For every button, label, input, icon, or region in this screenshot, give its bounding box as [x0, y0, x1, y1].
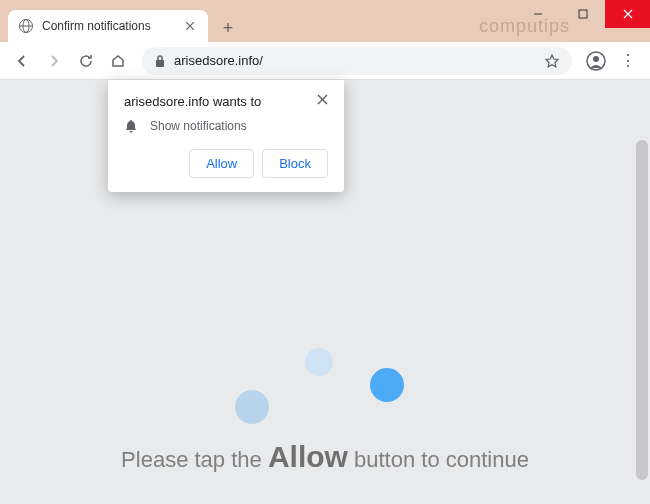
instruction-prefix: Please tap the [121, 447, 268, 472]
globe-icon [18, 18, 34, 34]
browser-toolbar: arisedsore.info/ ⋮ [0, 42, 650, 80]
svg-rect-1 [579, 10, 587, 18]
svg-rect-9 [156, 60, 164, 67]
popup-close-button[interactable] [317, 94, 328, 105]
profile-button[interactable] [582, 47, 610, 75]
url-bar[interactable]: arisedsore.info/ [142, 47, 572, 75]
loading-dot [235, 390, 269, 424]
home-button[interactable] [104, 47, 132, 75]
window-minimize-button[interactable] [515, 0, 560, 28]
forward-button[interactable] [40, 47, 68, 75]
window-close-button[interactable] [605, 0, 650, 28]
notification-permission-popup: arisedsore.info wants to Show notificati… [108, 80, 344, 192]
tab-close-button[interactable] [182, 18, 198, 34]
lock-icon [154, 54, 166, 68]
page-instruction: Please tap the Allow button to continue [0, 440, 650, 474]
tab-title: Confirm notifications [42, 19, 174, 33]
reload-button[interactable] [72, 47, 100, 75]
scrollbar[interactable] [636, 140, 648, 480]
allow-button[interactable]: Allow [189, 149, 254, 178]
bell-icon [124, 119, 138, 133]
popup-permission-text: Show notifications [150, 119, 247, 133]
page-content: arisedsore.info wants to Show notificati… [0, 80, 650, 504]
back-button[interactable] [8, 47, 36, 75]
svg-point-11 [593, 56, 599, 62]
instruction-suffix: button to continue [348, 447, 529, 472]
instruction-emphasis: Allow [268, 440, 348, 473]
loading-dot [370, 368, 404, 402]
new-tab-button[interactable]: + [214, 14, 242, 42]
loading-dots [225, 340, 425, 420]
loading-dot [305, 348, 333, 376]
menu-button[interactable]: ⋮ [614, 47, 642, 75]
bookmark-star-icon[interactable] [544, 53, 560, 69]
block-button[interactable]: Block [262, 149, 328, 178]
popup-title: arisedsore.info wants to [124, 94, 261, 109]
browser-tab[interactable]: Confirm notifications [8, 10, 208, 42]
window-maximize-button[interactable] [560, 0, 605, 28]
url-text: arisedsore.info/ [174, 53, 536, 68]
